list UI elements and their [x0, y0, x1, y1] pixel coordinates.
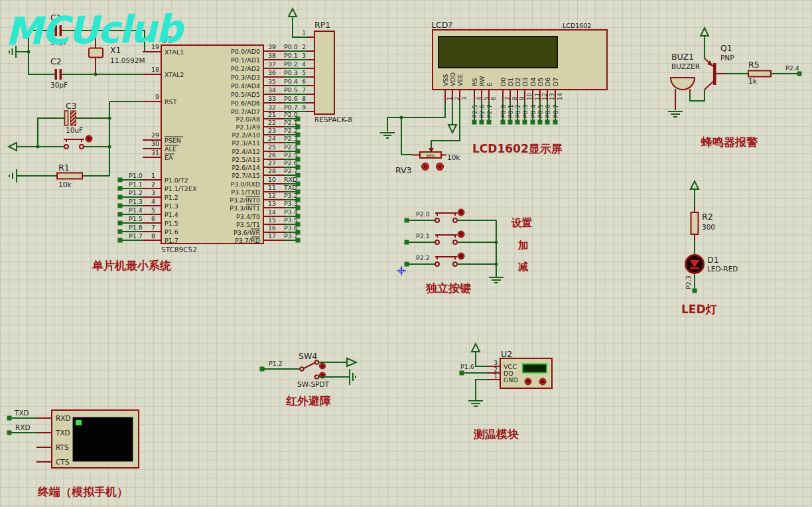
net-label: P0.7: [552, 104, 559, 118]
pin-name: RW: [478, 76, 486, 86]
net-label: P2.6: [478, 104, 486, 118]
key-label-minus: 减: [517, 261, 529, 273]
net-label: P1.2: [269, 360, 283, 367]
pin-name: GND: [504, 376, 518, 384]
pot-increase-button[interactable]: [437, 163, 444, 171]
spdt-switch[interactable]: [300, 360, 325, 379]
ground-symbol: [9, 46, 16, 58]
net-label: P1.2: [129, 189, 143, 196]
pin-number: 3: [494, 360, 498, 366]
mcu-u1: U1 STC89C52 19 XTAL1 18 XTAL2 9 RST 29 P…: [92, 35, 314, 272]
ground-symbol: [350, 369, 356, 385]
pin-name: P0.2/AD2: [231, 65, 260, 72]
pin-number: 18: [151, 66, 159, 73]
pin-name: P0.0/AD0: [231, 48, 260, 55]
temp-up-button[interactable]: [539, 378, 546, 385]
net-label: P2.1: [416, 232, 430, 240]
temp-down-button[interactable]: [525, 378, 531, 385]
net-label: P2.1: [284, 119, 298, 126]
pin-number: 15: [268, 216, 276, 224]
ref-label: C1: [50, 13, 62, 23]
pin-number: 36: [268, 69, 276, 76]
button-actuator[interactable]: [458, 231, 464, 238]
ground-symbol: [489, 277, 504, 283]
ref-label: R1: [58, 163, 70, 173]
pin-name: P0.3/AD3: [231, 74, 260, 81]
pin-name: P0.6/AD6: [231, 100, 260, 107]
pin-number: 26: [268, 151, 276, 159]
pin-name: P3.2/INT0: [230, 196, 260, 204]
net-label: P3.4: [284, 208, 298, 216]
terminal-screen: [73, 417, 133, 461]
ref-label: R2: [702, 212, 713, 222]
ref-label: LCD?: [431, 20, 452, 30]
part-label: PNP: [720, 54, 734, 62]
pin-number: 13: [549, 93, 555, 100]
net-label: P0.6: [284, 95, 298, 102]
pin-name: RST: [165, 98, 177, 106]
pin-number: 16: [268, 224, 276, 232]
value-label: 10uF: [66, 126, 83, 134]
pin-number: 22: [268, 119, 276, 126]
part-label: SW-SPDT: [297, 380, 329, 388]
pin-number: 6: [151, 215, 155, 222]
switch-toggle-up[interactable]: [320, 363, 326, 369]
pin-number: 2: [454, 97, 460, 100]
pin-number: 4: [476, 97, 482, 100]
pin-name: P3.1/TXD: [231, 188, 260, 196]
net-label: P0.1: [284, 52, 298, 59]
pin-number: 29: [151, 131, 159, 139]
net-label: P0.2: [284, 60, 298, 68]
keys-circuit: P2.0 P2.1 P2.2: [397, 209, 533, 295]
pin-name: TXD: [55, 429, 70, 437]
pin-name: P2.5/A13: [232, 156, 260, 163]
origin-marker: [397, 266, 406, 275]
value-label: 30pF: [50, 38, 68, 46]
pin-name: P0.7/AD7: [231, 108, 260, 115]
pin-name: P1.1/T2EX: [165, 185, 197, 192]
rp-pin-number: 8: [303, 96, 306, 102]
part-label: LCD1602: [563, 22, 591, 29]
pin-number: 11: [268, 184, 276, 191]
pin-number: 1: [494, 373, 498, 380]
pin-number: 34: [268, 86, 276, 94]
ref-label: BUZ1: [671, 52, 694, 62]
pin-number: 10: [268, 176, 276, 183]
pin-number: 5: [483, 97, 490, 100]
net-label: P2.4: [785, 64, 799, 72]
pot-decrease-button[interactable]: [422, 163, 429, 171]
net-label: P2.3: [284, 135, 298, 142]
crystal-circuit: C1 30pF C2 30pF X1 11.0592M: [9, 13, 145, 89]
pin-name: P1.4: [165, 211, 178, 218]
button-actuator[interactable]: [458, 253, 464, 259]
pin-name: P2.0/A8: [236, 115, 260, 123]
rp-pin-number: 1: [303, 30, 306, 36]
button-actuator[interactable]: [86, 135, 92, 142]
pin-name: P0.5/AD5: [231, 91, 260, 98]
net-label: P1.0: [129, 172, 143, 179]
power-arrow-up: [701, 28, 709, 36]
net-label: P3.2: [284, 192, 298, 199]
net-label: P0.4: [529, 104, 537, 118]
rp-pin-number: 4: [303, 61, 306, 68]
pin-name: P2.2/A10: [232, 131, 260, 139]
transistor-q1: Q1 PNP: [705, 43, 734, 90]
pin-number: 17: [268, 232, 276, 240]
net-label: P1.1: [129, 181, 143, 188]
pin-name: P2.6/A14: [232, 164, 260, 171]
pin-name: P3.4/T0: [236, 213, 260, 220]
ground-symbol: [380, 133, 395, 138]
part-label: RESPACK-8: [314, 115, 352, 123]
net-label: P2.6: [284, 159, 298, 167]
net-label: P1.6: [129, 224, 143, 231]
section-label-min-system: 单片机最小系统: [92, 259, 171, 272]
pin-name: P1.2: [165, 194, 178, 201]
pin-number: 10: [526, 93, 533, 100]
ground-symbol: [468, 401, 483, 406]
net-label: P2.0: [416, 210, 430, 218]
pin-number: 9: [155, 93, 159, 100]
pin-name: XTAL1: [165, 48, 184, 56]
button-actuator[interactable]: [458, 209, 464, 216]
power-arrow-up: [472, 344, 480, 352]
section-label-temp: 测温模块: [473, 427, 519, 441]
